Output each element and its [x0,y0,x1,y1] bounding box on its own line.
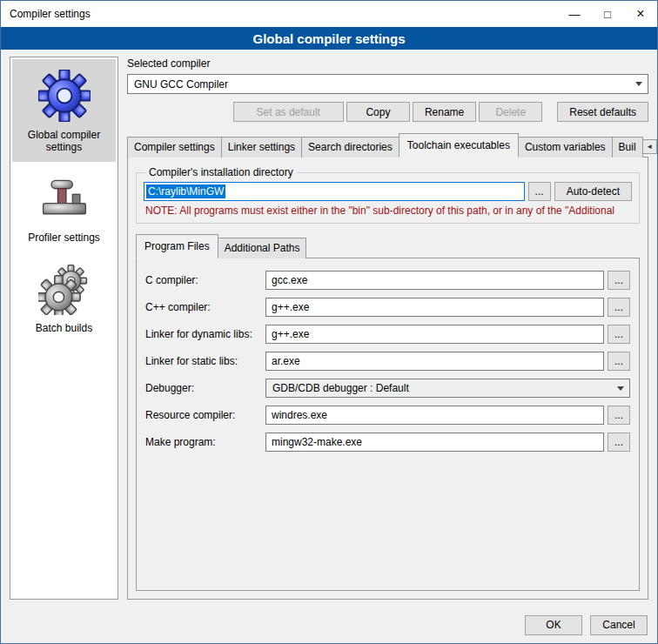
auto-detect-button[interactable]: Auto-detect [554,182,632,201]
profiler-tool-icon [38,172,91,225]
install-dir-groupbox: Compiler's installation directory C:\ray… [136,166,640,224]
dialog-body: Global compiler settings Profiler settin… [1,50,657,607]
program-files-panel: C compiler: ... C++ compiler: ... Linker… [136,258,640,591]
compiler-settings-window: Compiler settings — □ × Global compiler … [0,0,658,644]
sidebar-item-label: Profiler settings [28,231,100,244]
resource-compiler-browse-button[interactable]: ... [608,406,630,425]
dynamic-linker-input[interactable] [265,325,604,344]
form-row-static-linker: Linker for static libs: ... [145,352,630,371]
titlebar: Compiler settings — □ × [1,1,657,27]
tab-search-directories[interactable]: Search directories [301,137,400,158]
program-subtabs: Program Files Additional Paths [136,234,640,258]
make-program-label: Make program: [145,436,265,448]
make-program-browse-button[interactable]: ... [608,433,630,452]
static-linker-label: Linker for static libs: [145,355,265,367]
form-row-dynamic-linker: Linker for dynamic libs: ... [145,325,630,344]
ok-button[interactable]: OK [525,615,582,635]
dynamic-linker-browse-button[interactable]: ... [608,325,630,344]
form-row-cpp-compiler: C++ compiler: ... [145,298,630,317]
sidebar-item-global-compiler-settings[interactable]: Global compiler settings [12,59,116,162]
chevron-down-icon [617,386,624,391]
chevron-down-icon [635,82,642,86]
gray-gears-icon [38,263,91,315]
form-row-make-program: Make program: ... [145,433,630,452]
tab-toolchain-executables[interactable]: Toolchain executables [399,133,519,158]
sidebar-item-profiler-settings[interactable]: Profiler settings [12,162,116,252]
c-compiler-label: C compiler: [145,274,265,286]
sidebar-item-label: Batch builds [36,322,92,334]
c-compiler-input[interactable] [265,271,604,290]
install-dir-input[interactable]: C:\raylib\MinGW [144,182,525,201]
resource-compiler-label: Resource compiler: [145,409,265,421]
form-row-c-compiler: C compiler: ... [145,271,630,290]
set-as-default-button: Set as default [233,102,344,122]
tab-custom-variables[interactable]: Custom variables [518,137,613,158]
settings-category-list: Global compiler settings Profiler settin… [10,57,118,600]
subtab-additional-paths[interactable]: Additional Paths [218,238,307,258]
maximize-button[interactable]: □ [591,2,624,27]
make-program-input[interactable] [265,433,604,452]
tab-build-options-truncated[interactable]: Buil [612,137,643,158]
window-title: Compiler settings [10,8,558,20]
tab-scroll-buttons: ◄ ► [642,139,658,154]
debugger-select-value: GDB/CDB debugger : Default [272,382,409,394]
close-button[interactable]: × [624,2,657,27]
dialog-footer: OK Cancel [1,607,657,643]
c-compiler-browse-button[interactable]: ... [608,271,630,290]
tab-linker-settings[interactable]: Linker settings [221,137,302,158]
static-linker-browse-button[interactable]: ... [608,352,630,371]
copy-button[interactable]: Copy [346,102,410,122]
cpp-compiler-browse-button[interactable]: ... [608,298,630,317]
tab-compiler-settings[interactable]: Compiler settings [127,137,222,158]
sidebar-item-label: Global compiler settings [14,129,114,153]
delete-button: Delete [479,102,542,122]
main-panel: Selected compiler GNU GCC Compiler Set a… [127,57,648,600]
install-dir-note: NOTE: All programs must exist either in … [145,205,630,217]
compiler-buttons-row: Set as default Copy Rename Delete Reset … [127,102,648,122]
install-dir-row: C:\raylib\MinGW ... Auto-detect [144,182,632,201]
cancel-button[interactable]: Cancel [590,615,648,635]
compiler-select[interactable]: GNU GCC Compiler [127,74,648,94]
cpp-compiler-label: C++ compiler: [145,301,265,313]
debugger-label: Debugger: [145,382,265,394]
install-dir-selected-text: C:\raylib\MinGW [146,184,225,198]
debugger-select[interactable]: GDB/CDB debugger : Default [265,379,630,398]
form-row-debugger: Debugger: GDB/CDB debugger : Default [145,379,630,398]
resource-compiler-input[interactable] [265,406,604,425]
install-dir-browse-button[interactable]: ... [528,182,551,201]
toolchain-executables-panel: Compiler's installation directory C:\ray… [127,157,648,600]
compiler-select-value: GNU GCC Compiler [134,78,228,91]
tab-scroll-left-icon[interactable]: ◄ [642,139,657,154]
dynamic-linker-label: Linker for dynamic libs: [145,328,265,340]
static-linker-input[interactable] [265,352,604,371]
sidebar-item-batch-builds[interactable]: Batch builds [12,252,116,343]
reset-defaults-button[interactable]: Reset defaults [557,102,648,122]
dialog-header: Global compiler settings [1,27,657,50]
subtab-program-files[interactable]: Program Files [136,234,218,258]
form-row-resource-compiler: Resource compiler: ... [145,406,630,425]
blue-gear-icon [38,70,91,122]
settings-tabs: Compiler settings Linker settings Search… [127,133,648,158]
rename-button[interactable]: Rename [413,102,476,122]
cpp-compiler-input[interactable] [265,298,604,317]
install-dir-group-title: Compiler's installation directory [145,166,297,178]
minimize-button[interactable]: — [558,2,591,27]
selected-compiler-label: Selected compiler [127,57,648,70]
